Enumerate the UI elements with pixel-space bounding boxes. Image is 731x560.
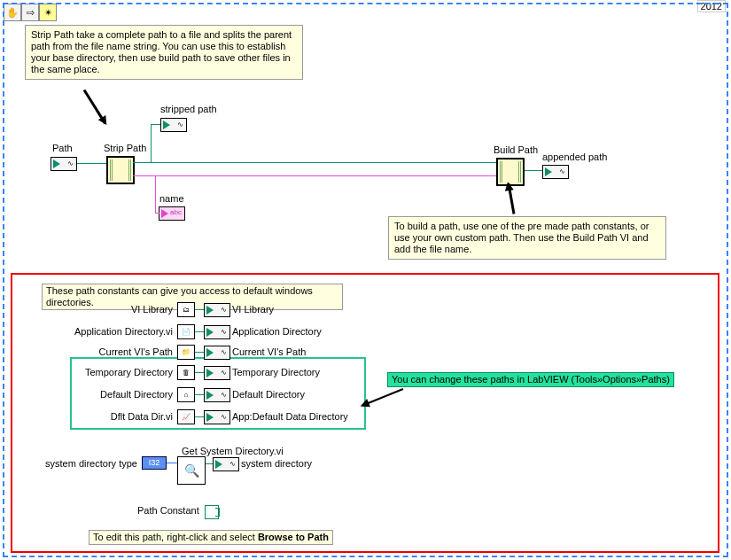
name-terminal[interactable]: abc <box>159 206 185 221</box>
path-constant-label: Path Constant <box>137 505 199 516</box>
stripped-path-label: stripped path <box>160 104 217 114</box>
temp-dir-out[interactable]: ∿ <box>204 366 230 380</box>
build-node-label: Build Path <box>494 144 538 155</box>
const-out-label: Temporary Directory <box>232 367 320 377</box>
const-label: VI Library <box>131 304 173 315</box>
path-in-terminal[interactable]: ∿ <box>51 157 77 171</box>
wire <box>151 124 152 162</box>
appended-path-terminal[interactable]: ∿ <box>542 165 569 179</box>
default-dir-icon[interactable]: ⌂ <box>177 387 195 402</box>
default-dir-out[interactable]: ∿ <box>204 388 230 402</box>
change-paths-hint: You can change these paths in LabVIEW (T… <box>387 372 674 387</box>
wire <box>195 331 204 332</box>
appended-path-label: appended path <box>542 152 607 162</box>
build-path-comment: To build a path, use one of the pre made… <box>388 216 666 260</box>
const-label: Default Directory <box>100 389 173 400</box>
wire <box>151 124 160 125</box>
wire <box>155 175 156 213</box>
const-out-label: Default Directory <box>232 389 305 400</box>
path-constant[interactable] <box>205 505 219 519</box>
wire <box>167 463 177 463</box>
wire <box>195 372 204 373</box>
temp-dir-icon[interactable]: 🗑 <box>177 365 195 380</box>
wire <box>195 309 204 310</box>
cur-vi-icon[interactable]: 📁 <box>177 345 195 360</box>
dflt-data-out[interactable]: ∿ <box>204 410 230 424</box>
const-label: Application Directory.vi <box>74 326 173 337</box>
edit-path-hint: To edit this path, right-click and selec… <box>89 530 333 545</box>
sysdir-out-label: system directory <box>241 458 312 469</box>
wire <box>133 162 496 163</box>
wire <box>155 213 159 214</box>
wire <box>195 352 204 353</box>
sysdir-out[interactable]: ∿ <box>213 457 239 471</box>
sysdir-node[interactable]: 🔍 <box>177 456 206 485</box>
vi-library-icon[interactable]: 🗂 <box>177 302 195 317</box>
const-out-label: VI Library <box>232 304 274 315</box>
name-label: name <box>159 193 184 204</box>
const-label: Current VI's Path <box>99 346 173 357</box>
cur-vi-out[interactable]: ∿ <box>204 346 230 360</box>
wire <box>195 394 204 395</box>
wire <box>133 175 496 176</box>
stripped-path-terminal[interactable]: ∿ <box>160 118 187 132</box>
wire <box>206 463 213 464</box>
sysdir-title: Get System Directory.vi <box>182 446 284 456</box>
edit-path-hint-text: To edit this path, right-click and selec… <box>93 532 329 542</box>
strip-path-comment: Strip Path take a complete path to a fil… <box>25 25 303 80</box>
vi-library-out[interactable]: ∿ <box>204 303 230 317</box>
const-out-label: App:Default Data Directory <box>232 411 348 422</box>
strip-node-label: Strip Path <box>104 143 146 153</box>
app-dir-icon[interactable]: 📄 <box>177 324 195 339</box>
sysdir-type-label: system directory type <box>45 458 137 469</box>
wire <box>525 170 542 171</box>
path-in-label: Path <box>52 143 73 153</box>
const-out-label: Current VI's Path <box>232 346 306 357</box>
dflt-data-icon[interactable]: 📈 <box>177 409 195 424</box>
sysdir-type-terminal[interactable]: I32 <box>142 456 167 470</box>
app-dir-out[interactable]: ∿ <box>204 325 230 339</box>
wire <box>195 416 204 417</box>
const-label: Temporary Directory <box>85 367 173 377</box>
wire <box>77 163 106 164</box>
strip-path-node[interactable] <box>106 156 135 184</box>
const-out-label: Application Directory <box>232 326 322 337</box>
const-label: Dflt Data Dir.vi <box>111 411 173 422</box>
